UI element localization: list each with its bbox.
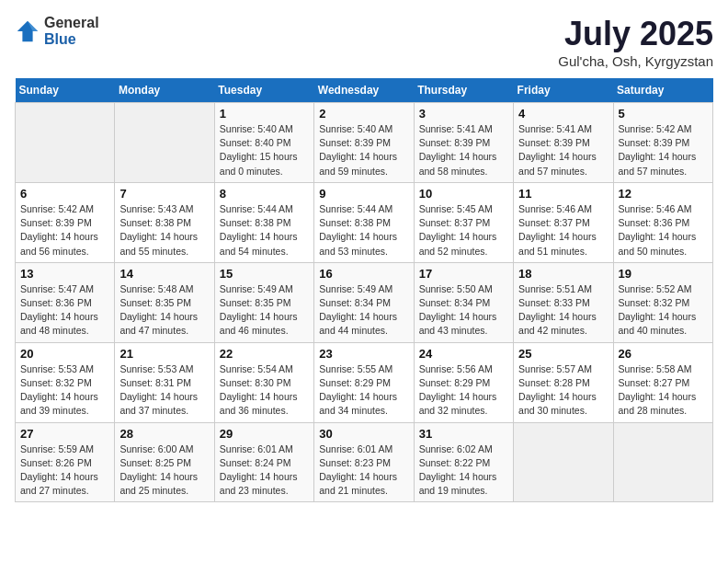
day-number: 23 [319, 347, 408, 361]
calendar-cell: 27Sunrise: 5:59 AMSunset: 8:26 PMDayligh… [16, 422, 115, 502]
weekday-header-tuesday: Tuesday [214, 78, 313, 103]
calendar-cell: 25Sunrise: 5:57 AMSunset: 8:28 PMDayligh… [514, 342, 613, 422]
day-info: Sunrise: 5:40 AMSunset: 8:40 PMDaylight:… [220, 122, 309, 178]
day-number: 12 [619, 187, 708, 201]
day-info: Sunrise: 5:53 AMSunset: 8:31 PMDaylight:… [119, 362, 209, 419]
calendar-cell: 17Sunrise: 5:50 AMSunset: 8:34 PMDayligh… [414, 262, 513, 342]
weekday-header-monday: Monday [115, 78, 214, 103]
day-info: Sunrise: 5:57 AMSunset: 8:28 PMDaylight:… [518, 362, 608, 419]
weekday-header-saturday: Saturday [613, 78, 712, 103]
day-info: Sunrise: 5:51 AMSunset: 8:33 PMDaylight:… [518, 282, 608, 339]
calendar-cell: 20Sunrise: 5:53 AMSunset: 8:32 PMDayligh… [16, 342, 115, 422]
logo-text: General Blue [44, 15, 99, 47]
calendar-week-5: 27Sunrise: 5:59 AMSunset: 8:26 PMDayligh… [16, 422, 713, 502]
day-info: Sunrise: 5:48 AMSunset: 8:35 PMDaylight:… [119, 282, 209, 339]
day-info: Sunrise: 5:42 AMSunset: 8:39 PMDaylight:… [619, 122, 708, 178]
day-info: Sunrise: 5:50 AMSunset: 8:34 PMDaylight:… [419, 282, 508, 339]
day-number: 7 [119, 187, 209, 201]
day-info: Sunrise: 5:53 AMSunset: 8:32 PMDaylight:… [20, 362, 109, 419]
calendar-cell: 1Sunrise: 5:40 AMSunset: 8:40 PMDaylight… [214, 103, 313, 183]
calendar-cell: 28Sunrise: 6:00 AMSunset: 8:25 PMDayligh… [115, 422, 214, 502]
day-number: 28 [119, 427, 209, 441]
day-number: 4 [518, 107, 608, 121]
calendar-cell: 29Sunrise: 6:01 AMSunset: 8:24 PMDayligh… [214, 422, 313, 502]
calendar-title: July 2025 [558, 15, 713, 53]
title-block: July 2025 Gul'cha, Osh, Kyrgyzstan [558, 15, 713, 69]
page-header: General Blue July 2025 Gul'cha, Osh, Kyr… [15, 15, 713, 69]
day-info: Sunrise: 6:01 AMSunset: 8:23 PMDaylight:… [319, 442, 408, 499]
day-info: Sunrise: 5:49 AMSunset: 8:35 PMDaylight:… [220, 282, 309, 339]
day-number: 3 [419, 107, 508, 121]
day-info: Sunrise: 5:56 AMSunset: 8:29 PMDaylight:… [419, 362, 508, 419]
logo-general: General [44, 15, 99, 31]
calendar-cell: 10Sunrise: 5:45 AMSunset: 8:37 PMDayligh… [414, 182, 513, 262]
calendar-cell: 31Sunrise: 6:02 AMSunset: 8:22 PMDayligh… [414, 422, 513, 502]
calendar-cell [613, 422, 712, 502]
day-number: 14 [119, 267, 209, 281]
day-number: 30 [319, 427, 408, 441]
day-info: Sunrise: 5:54 AMSunset: 8:30 PMDaylight:… [220, 362, 309, 419]
weekday-header-thursday: Thursday [414, 78, 513, 103]
calendar-cell: 16Sunrise: 5:49 AMSunset: 8:34 PMDayligh… [314, 262, 414, 342]
weekday-header-friday: Friday [514, 78, 613, 103]
day-info: Sunrise: 5:45 AMSunset: 8:37 PMDaylight:… [419, 202, 508, 259]
day-info: Sunrise: 5:44 AMSunset: 8:38 PMDaylight:… [220, 202, 309, 259]
logo-blue: Blue [44, 31, 99, 48]
weekday-header-sunday: Sunday [16, 78, 115, 103]
day-number: 21 [119, 347, 209, 361]
calendar-cell: 7Sunrise: 5:43 AMSunset: 8:38 PMDaylight… [115, 182, 214, 262]
day-number: 2 [319, 107, 408, 121]
day-number: 18 [518, 267, 608, 281]
calendar-cell: 6Sunrise: 5:42 AMSunset: 8:39 PMDaylight… [16, 182, 115, 262]
calendar-cell [16, 103, 115, 183]
calendar-cell: 2Sunrise: 5:40 AMSunset: 8:39 PMDaylight… [314, 103, 414, 183]
day-info: Sunrise: 5:59 AMSunset: 8:26 PMDaylight:… [20, 442, 109, 499]
day-info: Sunrise: 5:55 AMSunset: 8:29 PMDaylight:… [319, 362, 408, 419]
day-info: Sunrise: 6:00 AMSunset: 8:25 PMDaylight:… [119, 442, 209, 499]
weekday-header-wednesday: Wednesday [314, 78, 414, 103]
weekday-header-row: SundayMondayTuesdayWednesdayThursdayFrid… [16, 78, 713, 103]
day-info: Sunrise: 6:02 AMSunset: 8:22 PMDaylight:… [419, 442, 508, 499]
day-number: 25 [518, 347, 608, 361]
day-number: 22 [220, 347, 309, 361]
day-number: 20 [20, 347, 109, 361]
calendar-week-3: 13Sunrise: 5:47 AMSunset: 8:36 PMDayligh… [16, 262, 713, 342]
day-info: Sunrise: 5:41 AMSunset: 8:39 PMDaylight:… [419, 122, 508, 178]
calendar-cell: 23Sunrise: 5:55 AMSunset: 8:29 PMDayligh… [314, 342, 414, 422]
logo: General Blue [15, 15, 99, 47]
day-info: Sunrise: 5:46 AMSunset: 8:36 PMDaylight:… [619, 202, 708, 259]
calendar-table: SundayMondayTuesdayWednesdayThursdayFrid… [15, 78, 713, 502]
day-info: Sunrise: 5:41 AMSunset: 8:39 PMDaylight:… [518, 122, 608, 178]
day-info: Sunrise: 5:42 AMSunset: 8:39 PMDaylight:… [20, 202, 109, 259]
day-info: Sunrise: 6:01 AMSunset: 8:24 PMDaylight:… [220, 442, 309, 499]
calendar-cell: 11Sunrise: 5:46 AMSunset: 8:37 PMDayligh… [514, 182, 613, 262]
day-number: 10 [419, 187, 508, 201]
calendar-cell: 21Sunrise: 5:53 AMSunset: 8:31 PMDayligh… [115, 342, 214, 422]
calendar-cell: 22Sunrise: 5:54 AMSunset: 8:30 PMDayligh… [214, 342, 313, 422]
day-number: 1 [220, 107, 309, 121]
calendar-cell: 4Sunrise: 5:41 AMSunset: 8:39 PMDaylight… [514, 103, 613, 183]
calendar-week-1: 1Sunrise: 5:40 AMSunset: 8:40 PMDaylight… [16, 103, 713, 183]
calendar-cell: 9Sunrise: 5:44 AMSunset: 8:38 PMDaylight… [314, 182, 414, 262]
logo-icon [15, 18, 40, 44]
day-info: Sunrise: 5:43 AMSunset: 8:38 PMDaylight:… [119, 202, 209, 259]
day-number: 8 [220, 187, 309, 201]
calendar-cell: 26Sunrise: 5:58 AMSunset: 8:27 PMDayligh… [613, 342, 712, 422]
day-number: 17 [419, 267, 508, 281]
day-number: 9 [319, 187, 408, 201]
day-number: 6 [20, 187, 109, 201]
day-info: Sunrise: 5:52 AMSunset: 8:32 PMDaylight:… [619, 282, 708, 339]
calendar-cell [115, 103, 214, 183]
day-number: 11 [518, 187, 608, 201]
day-info: Sunrise: 5:46 AMSunset: 8:37 PMDaylight:… [518, 202, 608, 259]
day-number: 31 [419, 427, 508, 441]
day-info: Sunrise: 5:40 AMSunset: 8:39 PMDaylight:… [319, 122, 408, 178]
calendar-cell: 24Sunrise: 5:56 AMSunset: 8:29 PMDayligh… [414, 342, 513, 422]
day-number: 5 [619, 107, 708, 121]
calendar-cell: 14Sunrise: 5:48 AMSunset: 8:35 PMDayligh… [115, 262, 214, 342]
calendar-cell: 3Sunrise: 5:41 AMSunset: 8:39 PMDaylight… [414, 103, 513, 183]
calendar-cell: 19Sunrise: 5:52 AMSunset: 8:32 PMDayligh… [613, 262, 712, 342]
day-number: 27 [20, 427, 109, 441]
calendar-cell: 15Sunrise: 5:49 AMSunset: 8:35 PMDayligh… [214, 262, 313, 342]
calendar-subtitle: Gul'cha, Osh, Kyrgyzstan [558, 53, 713, 69]
